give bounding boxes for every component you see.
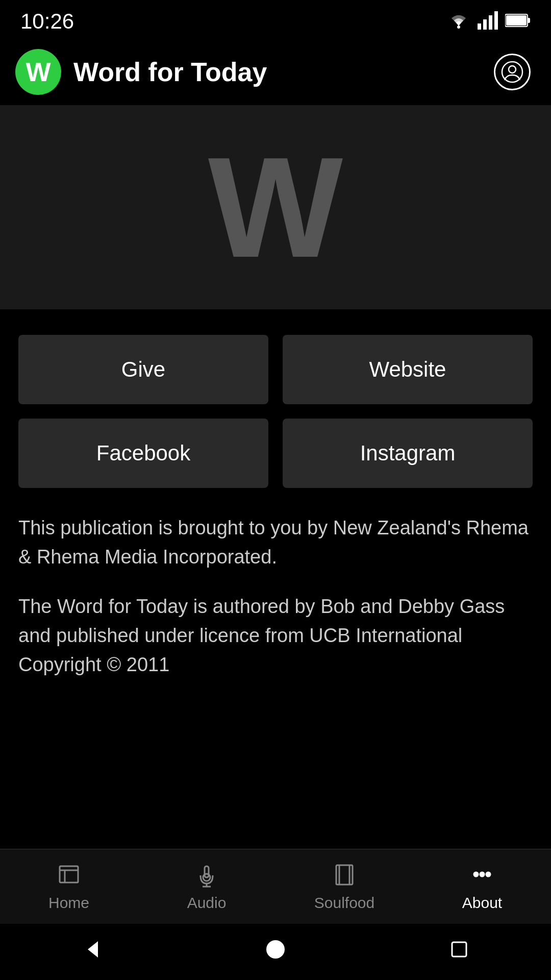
app-logo: W [15,49,61,95]
svg-rect-7 [528,18,530,23]
status-time: 10:26 [20,9,74,34]
svg-rect-4 [494,11,498,30]
description-text-2: The Word for Today is authored by Bob an… [18,592,533,679]
soulfood-icon [330,860,359,889]
svg-rect-3 [489,15,492,30]
svg-rect-10 [60,866,78,883]
bottom-nav: Home Audio Soulfood [0,849,551,924]
android-nav [0,924,551,980]
status-icons [447,11,531,32]
hero-letter: W [208,136,343,279]
battery-icon [505,13,531,30]
svg-rect-25 [452,942,466,957]
svg-point-22 [486,872,490,876]
nav-item-home[interactable]: Home [0,860,138,912]
audio-icon [192,860,221,889]
home-icon [54,860,84,889]
svg-rect-6 [506,15,527,26]
svg-point-20 [474,872,478,876]
svg-point-21 [480,872,484,876]
home-button[interactable] [260,934,291,965]
svg-rect-1 [478,23,481,30]
svg-point-0 [457,26,460,29]
app-title: Word for Today [73,57,267,87]
hero-banner: W [0,105,551,309]
recents-button[interactable] [444,934,474,965]
main-content: Give Website Facebook Instagram This pub… [0,309,551,849]
give-button[interactable]: Give [18,335,268,404]
status-bar: 10:26 [0,0,551,39]
instagram-button[interactable]: Instagram [283,419,533,488]
app-header: W Word for Today [0,39,551,105]
nav-label-soulfood: Soulfood [314,894,374,912]
header-left: W Word for Today [15,49,267,95]
button-grid: Give Website Facebook Instagram [18,335,533,488]
nav-label-home: Home [48,894,89,912]
signal-icon [478,11,498,32]
facebook-button[interactable]: Facebook [18,419,268,488]
profile-icon[interactable] [494,54,531,90]
description-block: This publication is brought to you by Ne… [18,513,533,679]
back-button[interactable] [77,934,107,965]
svg-rect-14 [205,866,209,877]
svg-point-24 [266,940,285,959]
svg-rect-2 [483,19,487,30]
nav-item-soulfood[interactable]: Soulfood [276,860,413,912]
nav-item-about[interactable]: About [413,860,551,912]
description-text-1: This publication is brought to you by Ne… [18,513,533,572]
nav-label-about: About [462,894,502,912]
nav-label-audio: Audio [187,894,227,912]
svg-marker-23 [88,941,98,958]
website-button[interactable]: Website [283,335,533,404]
svg-point-9 [509,66,516,73]
nav-item-audio[interactable]: Audio [138,860,276,912]
about-icon [467,860,497,889]
wifi-icon [447,11,470,32]
